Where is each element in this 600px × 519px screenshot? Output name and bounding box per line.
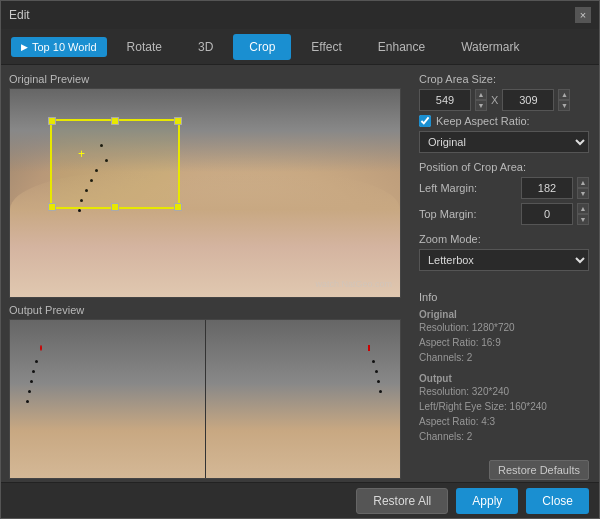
output-ant-1	[35, 360, 38, 363]
output-scene-right	[206, 320, 401, 478]
tabs-bar: ▶ Top 10 World Rotate 3D Crop Effect Enh…	[1, 29, 599, 65]
width-spin-down[interactable]: ▼	[475, 100, 487, 111]
orig-resolution: Resolution: 1280*720	[419, 320, 589, 335]
crop-area-size-label: Crop Area Size:	[419, 73, 589, 85]
crop-area-size-group: Crop Area Size: ▲ ▼ X ▲ ▼ Ke	[419, 73, 589, 153]
position-group: Position of Crop Area: Left Margin: ▲ ▼ …	[419, 161, 589, 225]
tab-watermark[interactable]: Watermark	[445, 34, 535, 60]
zoom-dropdown[interactable]: Letterbox	[419, 249, 589, 271]
title-bar-left: Edit	[9, 8, 30, 22]
left-margin-spinner: ▲ ▼	[577, 177, 589, 199]
original-info: Original Resolution: 1280*720 Aspect Rat…	[419, 309, 589, 365]
original-preview-box: + watch.NatGeo.com	[9, 88, 401, 298]
crop-handle-bl[interactable]	[48, 203, 56, 211]
aspect-dropdown[interactable]: Original	[419, 131, 589, 153]
output-left	[10, 320, 206, 478]
output-preview-box	[9, 319, 401, 479]
top-margin-spin-up[interactable]: ▲	[577, 203, 589, 214]
top-margin-spinner: ▲ ▼	[577, 203, 589, 225]
keep-aspect-row: Keep Aspect Ratio:	[419, 115, 589, 127]
title-bar: Edit ×	[1, 1, 599, 29]
output-ant-r4	[379, 390, 382, 393]
output-scene-left	[10, 320, 205, 478]
close-window-button[interactable]: ×	[575, 7, 591, 23]
left-margin-input[interactable]	[521, 177, 573, 199]
top-margin-label: Top Margin:	[419, 208, 517, 220]
output-content	[10, 320, 400, 478]
tab-3d[interactable]: 3D	[182, 34, 229, 60]
out-resolution: Resolution: 320*240	[419, 384, 589, 399]
size-separator: X	[491, 94, 498, 106]
restore-defaults-button[interactable]: Restore Defaults	[489, 460, 589, 480]
apply-button[interactable]: Apply	[456, 488, 518, 514]
output-ant-r3	[377, 380, 380, 383]
main-content: Original Preview	[1, 65, 599, 482]
watermark: watch.NatGeo.com	[315, 279, 392, 289]
crop-handle-tr[interactable]	[174, 117, 182, 125]
keep-aspect-label: Keep Aspect Ratio:	[436, 115, 530, 127]
left-margin-spin-up[interactable]: ▲	[577, 177, 589, 188]
close-button[interactable]: Close	[526, 488, 589, 514]
out-channels: Channels: 2	[419, 429, 589, 444]
crop-handle-tl[interactable]	[48, 117, 56, 125]
output-right	[206, 320, 401, 478]
orig-aspect: Aspect Ratio: 16:9	[419, 335, 589, 350]
crop-overlay[interactable]	[50, 119, 180, 209]
info-section: Info Original Resolution: 1280*720 Aspec…	[419, 291, 589, 444]
first-tab-label: Top 10 World	[32, 41, 97, 53]
left-panel: Original Preview	[1, 65, 409, 482]
top-margin-spin-down[interactable]: ▼	[577, 214, 589, 225]
left-margin-label: Left Margin:	[419, 182, 517, 194]
zoom-label: Zoom Mode:	[419, 233, 589, 245]
output-info: Output Resolution: 320*240 Left/Right Ey…	[419, 373, 589, 444]
top-margin-input[interactable]	[521, 203, 573, 225]
height-spin-down[interactable]: ▼	[558, 100, 570, 111]
output-ant-2	[32, 370, 35, 373]
original-scene: + watch.NatGeo.com	[10, 89, 400, 297]
original-info-title: Original	[419, 309, 589, 320]
output-ant-r2	[375, 370, 378, 373]
output-info-title: Output	[419, 373, 589, 384]
out-aspect: Aspect Ratio: 4:3	[419, 414, 589, 429]
output-preview-label: Output Preview	[9, 304, 401, 316]
crop-handle-tc[interactable]	[111, 117, 119, 125]
left-margin-row: Left Margin: ▲ ▼	[419, 177, 589, 199]
output-ant-3	[30, 380, 33, 383]
output-ant-r1	[372, 360, 375, 363]
tab-effect[interactable]: Effect	[295, 34, 357, 60]
info-title: Info	[419, 291, 589, 303]
width-spin-up[interactable]: ▲	[475, 89, 487, 100]
output-preview-section: Output Preview	[9, 304, 401, 479]
ant-7	[78, 209, 81, 212]
bottom-bar: Restore All Apply Close	[1, 482, 599, 518]
crop-height-input[interactable]	[502, 89, 554, 111]
orig-channels: Channels: 2	[419, 350, 589, 365]
height-spinner: ▲ ▼	[558, 89, 570, 111]
original-preview-label: Original Preview	[9, 73, 401, 85]
red-ant-2	[368, 345, 370, 351]
out-eye-size: Left/Right Eye Size: 160*240	[419, 399, 589, 414]
restore-all-button[interactable]: Restore All	[356, 488, 448, 514]
tab-rotate[interactable]: Rotate	[111, 34, 178, 60]
crop-handle-bc[interactable]	[111, 203, 119, 211]
position-label: Position of Crop Area:	[419, 161, 589, 173]
left-margin-spin-down[interactable]: ▼	[577, 188, 589, 199]
width-spinner: ▲ ▼	[475, 89, 487, 111]
top-margin-row: Top Margin: ▲ ▼	[419, 203, 589, 225]
right-panel: Crop Area Size: ▲ ▼ X ▲ ▼ Ke	[409, 65, 599, 482]
red-ant-1	[40, 345, 42, 351]
height-spin-up[interactable]: ▲	[558, 89, 570, 100]
tab-crop[interactable]: Crop	[233, 34, 291, 60]
output-ant-4	[28, 390, 31, 393]
crop-handle-br[interactable]	[174, 203, 182, 211]
first-tab[interactable]: ▶ Top 10 World	[11, 37, 107, 57]
keep-aspect-checkbox[interactable]	[419, 115, 431, 127]
crop-width-input[interactable]	[419, 89, 471, 111]
window-title: Edit	[9, 8, 30, 22]
original-preview-section: Original Preview	[9, 73, 401, 298]
edit-window: Edit × ▶ Top 10 World Rotate 3D Crop Eff…	[0, 0, 600, 519]
crop-size-inputs: ▲ ▼ X ▲ ▼	[419, 89, 589, 111]
zoom-mode-group: Zoom Mode: Letterbox	[419, 233, 589, 271]
tab-enhance[interactable]: Enhance	[362, 34, 441, 60]
output-ant-5	[26, 400, 29, 403]
